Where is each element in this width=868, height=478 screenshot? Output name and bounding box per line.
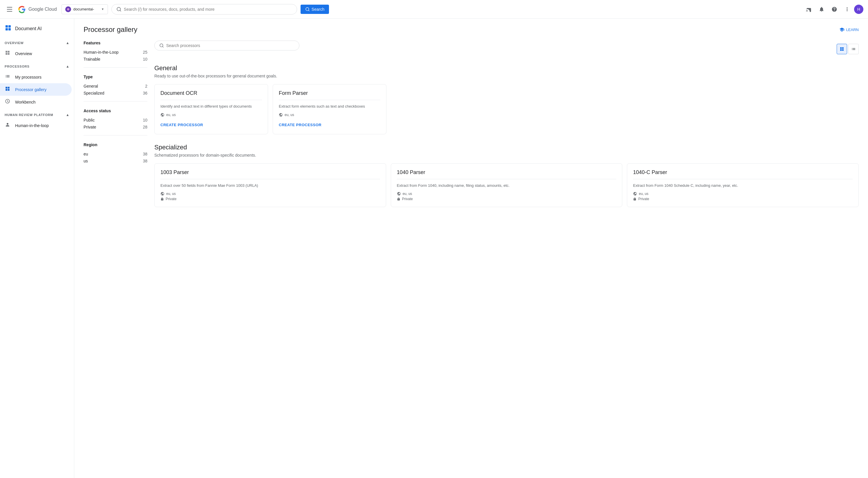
global-search-bar[interactable]	[112, 4, 297, 14]
google-cloud-logo: Google Cloud	[18, 5, 57, 13]
filter-public-count: 10	[143, 118, 147, 122]
search-button[interactable]: Search	[301, 5, 329, 14]
processor-search-input[interactable]	[166, 43, 294, 48]
document-ai-icon	[5, 24, 11, 33]
specialized-category-desc: Schematized processors for domain-specif…	[154, 153, 859, 158]
1003-parser-meta: eu, us Private	[160, 192, 380, 201]
form-parser-regions-text: eu, us	[285, 113, 294, 117]
1040c-parser-desc: Extract from Form 1040 Schedule C, inclu…	[633, 183, 852, 189]
document-ocr-title: Document OCR	[160, 90, 262, 96]
filter-item-hitl[interactable]: Human-in-the-Loop 25	[84, 49, 147, 56]
lock-icon	[160, 197, 164, 201]
1040-parser-regions: eu, us	[397, 192, 617, 196]
globe-icon-3	[160, 192, 164, 196]
overview-section-header[interactable]: Overview ▲	[0, 39, 74, 47]
document-ocr-regions-text: eu, us	[166, 113, 176, 117]
notifications-icon[interactable]	[816, 3, 827, 15]
filter-item-eu[interactable]: eu 38	[84, 151, 147, 158]
sidebar-item-workbench[interactable]: Workbench	[0, 96, 72, 108]
help-icon[interactable]	[829, 3, 840, 15]
1040c-parser-access-text: Private	[638, 197, 649, 201]
sidebar-item-overview-label: Overview	[15, 51, 32, 56]
grid-view-button[interactable]	[837, 44, 847, 54]
processors-section-header[interactable]: Processors ▲	[0, 62, 74, 71]
form-parser-meta: eu, us	[279, 113, 380, 117]
1040-parser-access-text: Private	[402, 197, 413, 201]
main-layout: Document AI Overview ▲ Overview Processo…	[0, 19, 868, 478]
hitl-icon	[5, 122, 10, 129]
1040c-parser-meta: eu, us Private	[633, 192, 852, 201]
processor-card-document-ocr: Document OCR Identify and extract text i…	[154, 84, 268, 134]
create-document-ocr-button[interactable]: CREATE PROCESSOR	[160, 122, 203, 128]
sidebar-item-hitl-label: Human-in-the-loop	[15, 123, 49, 128]
chevron-down-icon: ▼	[101, 7, 104, 11]
form-parser-action: CREATE PROCESSOR	[279, 122, 380, 128]
sidebar-item-overview[interactable]: Overview	[0, 47, 72, 60]
overview-section-label: Overview	[5, 41, 24, 45]
filter-item-specialized[interactable]: Specialized 36	[84, 90, 147, 97]
cast-icon[interactable]	[803, 3, 815, 15]
filter-item-us[interactable]: us 38	[84, 158, 147, 164]
general-category-desc: Ready to use out-of-the-box processors f…	[154, 74, 859, 78]
1040c-parser-title: 1040-C Parser	[633, 169, 852, 176]
workbench-icon	[5, 99, 10, 105]
project-name: documentai-	[73, 7, 99, 11]
project-selector[interactable]: documentai- ▼	[62, 4, 108, 14]
learn-button[interactable]: LEARN	[839, 27, 859, 32]
1040c-parser-access: Private	[633, 197, 852, 201]
filter-trainable-label: Trainable	[84, 57, 100, 62]
processors-area: General Ready to use out-of-the-box proc…	[154, 41, 859, 216]
search-view-bar	[154, 41, 859, 57]
filter-region: Region eu 38 us 38	[84, 142, 147, 169]
specialized-processors-grid: 1003 Parser Extract over 50 fields from …	[154, 163, 859, 208]
filter-us-count: 38	[143, 159, 147, 163]
view-toggle-group	[837, 44, 859, 54]
sidebar-item-processor-gallery[interactable]: Processor gallery	[0, 83, 72, 96]
filter-region-title: Region	[84, 142, 147, 147]
filter-general-count: 2	[145, 84, 147, 89]
avatar[interactable]: H	[854, 5, 863, 14]
1040-parser-access: Private	[397, 197, 617, 201]
filter-specialized-label: Specialized	[84, 91, 104, 95]
filter-type: Type General 2 Specialized 36	[84, 74, 147, 101]
1040-parser-meta: eu, us Private	[397, 192, 617, 201]
chevron-up-icon: ▲	[66, 41, 69, 45]
sidebar-section-hrp: Human Review Platform ▲ Human-in-the-loo…	[0, 109, 74, 133]
globe-icon	[160, 113, 164, 117]
sidebar-section-overview: Overview ▲ Overview	[0, 37, 74, 61]
filter-item-trainable[interactable]: Trainable 10	[84, 56, 147, 63]
search-icon	[116, 7, 122, 12]
globe-icon-5	[633, 192, 637, 196]
filter-access-title: Access status	[84, 108, 147, 113]
search-button-icon	[305, 7, 310, 11]
sidebar-item-hitl[interactable]: Human-in-the-loop	[0, 119, 72, 132]
filter-eu-count: 38	[143, 152, 147, 156]
1003-parser-desc: Extract over 50 fields from Fannie Mae F…	[160, 183, 380, 189]
1003-parser-access: Private	[160, 197, 380, 201]
document-ocr-meta: eu, us	[160, 113, 262, 117]
card-divider-5	[633, 179, 852, 179]
processor-card-1003: 1003 Parser Extract over 50 fields from …	[154, 163, 386, 208]
filter-item-private[interactable]: Private 28	[84, 124, 147, 130]
global-search-input[interactable]	[124, 7, 292, 11]
more-options-icon[interactable]	[841, 3, 853, 15]
filter-item-general[interactable]: General 2	[84, 83, 147, 90]
learn-label: LEARN	[846, 28, 859, 32]
menu-icon[interactable]	[5, 5, 14, 14]
filter-item-public[interactable]: Public 10	[84, 117, 147, 124]
sidebar-item-processor-gallery-label: Processor gallery	[15, 87, 46, 92]
filters-panel: Features Human-in-the-Loop 25 Trainable …	[84, 41, 147, 216]
list-view-button[interactable]	[848, 44, 859, 54]
filter-features-title: Features	[84, 41, 147, 45]
globe-icon-4	[397, 192, 401, 196]
1040-parser-desc: Extract from Form 1040, including name, …	[397, 183, 617, 189]
sidebar-item-my-processors[interactable]: My processors	[0, 71, 72, 83]
processor-search-bar[interactable]	[154, 41, 300, 51]
search-button-label: Search	[312, 7, 324, 11]
hrp-section-header[interactable]: Human Review Platform ▲	[0, 110, 74, 119]
create-form-parser-button[interactable]: CREATE PROCESSOR	[279, 122, 321, 128]
hrp-section-label: Human Review Platform	[5, 113, 53, 117]
1003-parser-title: 1003 Parser	[160, 169, 380, 176]
filter-eu-label: eu	[84, 152, 88, 156]
1003-parser-regions: eu, us	[160, 192, 380, 196]
